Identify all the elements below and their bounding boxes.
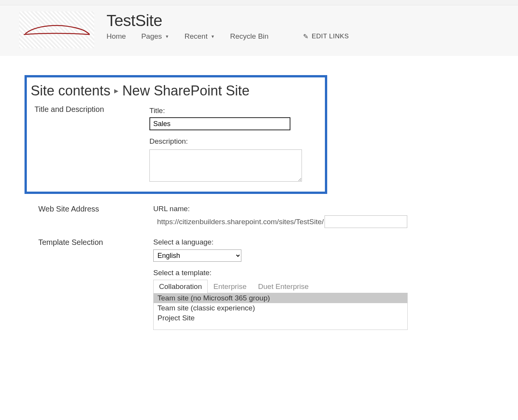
page-content: Site contents ▸ New SharePoint Site Titl…: [0, 56, 518, 330]
url-name-label: URL name:: [153, 205, 518, 213]
edit-links-label: EDIT LINKS: [311, 33, 349, 40]
section-web-address: Web Site Address URL name: https://citiz…: [25, 205, 518, 228]
section-title-description: Title and Description Title: Description…: [31, 105, 318, 183]
tab-collaboration[interactable]: Collaboration: [153, 280, 208, 293]
language-select[interactable]: English: [153, 249, 241, 262]
breadcrumb-separator-icon: ▸: [114, 86, 118, 96]
title-input[interactable]: [149, 117, 290, 130]
nav-home[interactable]: Home: [107, 32, 126, 41]
language-label: Select a language:: [153, 238, 518, 246]
template-listbox[interactable]: Team site (no Microsoft 365 group) Team …: [153, 293, 408, 330]
highlighted-region: Site contents ▸ New SharePoint Site Titl…: [25, 75, 327, 194]
nav-recycle-label: Recycle Bin: [230, 32, 269, 41]
nav-pages-label: Pages: [141, 32, 162, 41]
section-heading-address: Web Site Address: [34, 205, 153, 228]
nav-home-label: Home: [107, 32, 126, 41]
tab-enterprise[interactable]: Enterprise: [208, 280, 252, 293]
pencil-icon: ✎: [303, 33, 309, 41]
template-item-project-site[interactable]: Project Site: [154, 313, 407, 323]
url-name-input[interactable]: [325, 215, 407, 228]
nav-recycle-bin[interactable]: Recycle Bin: [230, 32, 269, 41]
edit-links-button[interactable]: ✎ EDIT LINKS: [303, 33, 349, 41]
description-textarea[interactable]: [149, 149, 302, 182]
template-item-team-classic[interactable]: Team site (classic experience): [154, 303, 407, 313]
section-heading-title-desc: Title and Description: [31, 105, 149, 183]
template-tabs: Collaboration Enterprise Duet Enterprise: [153, 279, 408, 293]
chevron-down-icon: ▼: [211, 34, 215, 39]
section-template-selection: Template Selection Select a language: En…: [25, 238, 518, 330]
chevron-down-icon: ▼: [165, 34, 169, 39]
tab-duet-enterprise[interactable]: Duet Enterprise: [252, 280, 315, 293]
top-nav: Home Pages ▼ Recent ▼ Recycle Bin ✎ EDIT…: [107, 32, 349, 41]
url-prefix-text: https://citizenbuilders.sharepoint.com/s…: [153, 218, 324, 226]
section-heading-template: Template Selection: [34, 238, 153, 330]
nav-recent[interactable]: Recent ▼: [184, 32, 215, 41]
template-item-team-no-group[interactable]: Team site (no Microsoft 365 group): [154, 293, 407, 303]
breadcrumb-part-2: New SharePoint Site: [122, 83, 249, 99]
nav-pages[interactable]: Pages ▼: [141, 32, 169, 41]
nav-recent-label: Recent: [184, 32, 207, 41]
breadcrumb: Site contents ▸ New SharePoint Site: [31, 83, 318, 99]
template-label: Select a template:: [153, 269, 518, 277]
site-header: TestSite Home Pages ▼ Recent ▼ Recycle B…: [0, 5, 518, 56]
site-logo[interactable]: [19, 11, 94, 48]
suite-bar: [0, 0, 518, 5]
site-title[interactable]: TestSite: [107, 11, 349, 30]
title-label: Title:: [149, 107, 318, 115]
breadcrumb-part-1[interactable]: Site contents: [31, 83, 110, 99]
description-label: Description:: [149, 137, 318, 146]
